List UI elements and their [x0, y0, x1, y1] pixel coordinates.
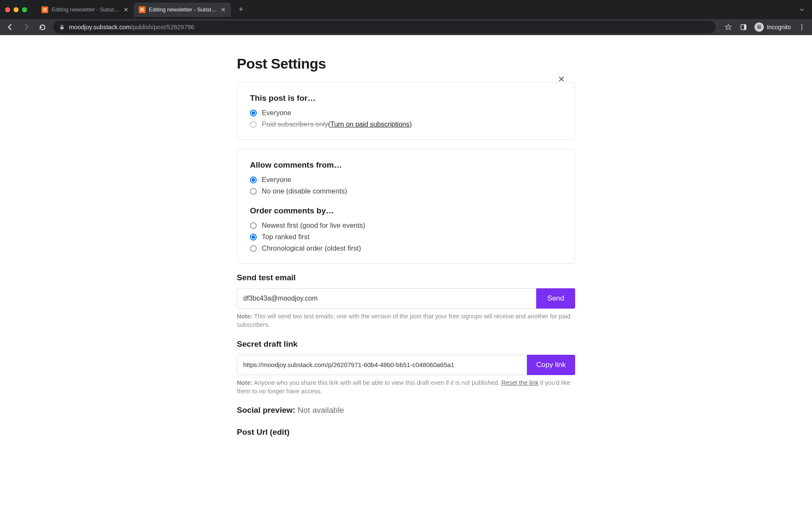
bookmark-star-icon[interactable]	[721, 20, 735, 34]
social-preview-label: Social preview:	[237, 406, 295, 414]
reload-button[interactable]	[36, 20, 49, 34]
note-body: This will send two test emails: one with…	[237, 313, 571, 328]
tab-close-icon[interactable]: ✕	[123, 6, 129, 13]
page-viewport: Post Settings ✕ This post is for… Everyo…	[0, 35, 812, 508]
tab-close-icon[interactable]: ✕	[221, 6, 226, 13]
turn-on-paid-link[interactable]: (Turn on paid subscriptions)	[328, 121, 412, 128]
allow-comments-heading: Allow comments from…	[250, 160, 562, 170]
send-test-email-button[interactable]: Send	[536, 288, 575, 309]
tabs-container: Editing newsletter - Substack ✕ Editing …	[36, 0, 247, 19]
svg-rect-3	[140, 9, 144, 10]
address-bar[interactable]: moodjoy.substack.com/publish/post/528297…	[53, 21, 716, 33]
back-button[interactable]	[3, 20, 17, 34]
note-prefix: Note:	[237, 379, 252, 386]
svg-point-7	[757, 27, 759, 29]
tabs-dropdown-icon[interactable]	[794, 2, 809, 17]
note-prefix: Note:	[237, 313, 252, 320]
radio-label: No one (disable comments)	[262, 187, 347, 195]
radio-icon	[250, 245, 257, 252]
audience-panel: ✕ This post is for… Everyone Paid subscr…	[237, 82, 575, 140]
radio-label: Top ranked first	[262, 233, 310, 241]
radio-label: Chronological order (oldest first)	[262, 244, 361, 252]
order-comments-chrono[interactable]: Chronological order (oldest first)	[250, 244, 562, 252]
browser-menu-icon[interactable]	[795, 20, 809, 34]
test-email-heading: Send test email	[237, 273, 575, 282]
radio-label: Everyone	[262, 109, 291, 117]
order-comments-newest[interactable]: Newest first (good for live events)	[250, 221, 562, 229]
note-body-1: Anyone who you share this link with will…	[252, 379, 501, 386]
browser-toolbar: moodjoy.substack.com/publish/post/528297…	[0, 19, 812, 35]
test-email-note: Note: This will send two test emails: on…	[237, 312, 575, 329]
radio-label: Newest first (good for live events)	[262, 221, 365, 229]
radio-label: Everyone	[262, 176, 291, 184]
draft-link-section: Secret draft link Copy link Note: Anyone…	[237, 340, 575, 396]
window-minimize-button[interactable]	[14, 7, 19, 12]
comments-panel: Allow comments from… Everyone No one (di…	[237, 149, 575, 264]
lock-icon	[59, 25, 65, 30]
svg-point-11	[801, 29, 803, 30]
radio-icon	[250, 110, 257, 116]
post-url-heading: Post Url (edit)	[237, 428, 575, 437]
svg-rect-0	[43, 8, 47, 9]
radio-label-disabled: Paid subscribers only	[262, 120, 328, 128]
window-controls	[5, 7, 27, 12]
incognito-label: Incognito	[767, 24, 791, 30]
incognito-icon	[754, 22, 764, 32]
side-panel-icon[interactable]	[737, 20, 750, 34]
test-email-input[interactable]	[237, 288, 536, 309]
svg-rect-4	[60, 27, 63, 29]
substack-favicon-icon	[139, 6, 145, 13]
svg-point-9	[801, 25, 803, 26]
tab-title: Editing newsletter - Substack	[149, 6, 217, 13]
order-comments-heading: Order comments by…	[250, 206, 562, 215]
radio-icon	[250, 121, 257, 128]
forward-button[interactable]	[19, 20, 33, 34]
radio-icon	[250, 177, 257, 183]
svg-rect-6	[744, 25, 746, 30]
radio-icon	[250, 188, 257, 195]
browser-tab-bar: Editing newsletter - Substack ✕ Editing …	[0, 0, 812, 19]
social-preview-value: Not available	[295, 406, 344, 414]
audience-heading: This post is for…	[250, 94, 562, 103]
svg-rect-1	[43, 9, 47, 10]
draft-link-note: Note: Anyone who you share this link wit…	[237, 378, 575, 396]
order-comments-top[interactable]: Top ranked first	[250, 233, 562, 241]
social-preview-row: Social preview: Not available	[237, 406, 575, 415]
browser-tab-0[interactable]: Editing newsletter - Substack ✕	[36, 3, 134, 17]
substack-favicon-icon	[41, 6, 48, 13]
svg-rect-2	[140, 8, 144, 9]
svg-point-10	[801, 27, 803, 28]
audience-option-paid: Paid subscribers only (Turn on paid subs…	[250, 120, 562, 128]
svg-point-8	[760, 27, 761, 29]
incognito-indicator[interactable]: Incognito	[752, 22, 793, 32]
close-settings-icon[interactable]: ✕	[555, 73, 567, 85]
browser-tab-1[interactable]: Editing newsletter - Substack ✕	[134, 3, 231, 17]
window-close-button[interactable]	[5, 7, 10, 12]
page-title: Post Settings	[237, 55, 575, 72]
reset-link[interactable]: Reset the link	[501, 379, 538, 386]
post-settings-page: Post Settings ✕ This post is for… Everyo…	[237, 35, 575, 437]
test-email-section: Send test email Send Note: This will sen…	[237, 273, 575, 329]
new-tab-button[interactable]: +	[235, 4, 247, 16]
allow-comments-none[interactable]: No one (disable comments)	[250, 187, 562, 195]
audience-option-everyone[interactable]: Everyone	[250, 109, 562, 117]
radio-icon	[250, 234, 257, 240]
url-path: /publish/post/52829796	[131, 24, 194, 30]
url-domain: moodjoy.substack.com	[69, 24, 131, 30]
window-fullscreen-button[interactable]	[22, 7, 27, 12]
tab-title: Editing newsletter - Substack	[52, 6, 120, 13]
allow-comments-everyone[interactable]: Everyone	[250, 176, 562, 184]
draft-link-input[interactable]	[237, 355, 527, 375]
draft-link-heading: Secret draft link	[237, 340, 575, 349]
radio-icon	[250, 222, 257, 229]
copy-link-button[interactable]: Copy link	[527, 355, 575, 375]
